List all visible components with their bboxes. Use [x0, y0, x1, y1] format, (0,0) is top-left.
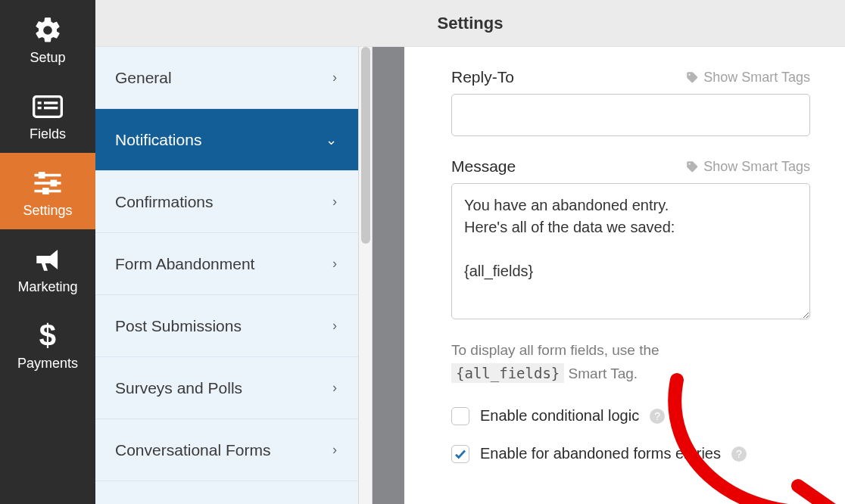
reply-to-input[interactable]: [451, 94, 810, 136]
svg-rect-3: [38, 107, 42, 109]
page-title: Settings: [438, 14, 504, 33]
chevron-right-icon: ›: [332, 256, 337, 272]
panel-gutter: [373, 47, 404, 504]
svg-rect-4: [44, 107, 58, 109]
svg-rect-1: [38, 101, 42, 104]
svg-rect-2: [44, 101, 58, 104]
right-pane: Settings General › Notifications ⌄ Confi…: [95, 0, 845, 504]
smart-tags-label: Show Smart Tags: [703, 70, 810, 86]
nav-label: Payments: [0, 356, 95, 372]
app-root: Setup Fields Settings Marketing $ Paymen…: [0, 0, 845, 504]
scrollbar-thumb[interactable]: [361, 47, 370, 244]
tag-icon: [685, 70, 699, 84]
chevron-right-icon: ›: [332, 318, 337, 334]
message-hint: To display all form fields, use the {all…: [451, 339, 810, 386]
help-icon[interactable]: ?: [650, 409, 665, 424]
sidebar-item-label: Form Abandonment: [115, 255, 254, 273]
nav-item-payments[interactable]: $ Payments: [0, 306, 95, 382]
tag-icon: [685, 160, 699, 173]
svg-rect-10: [42, 188, 49, 194]
conditional-logic-row[interactable]: Enable conditional logic ?: [451, 407, 810, 425]
chevron-right-icon: ›: [332, 194, 337, 210]
hint-text: Smart Tag.: [564, 366, 638, 381]
conditional-logic-checkbox[interactable]: [451, 407, 469, 425]
sidebar-item-label: Conversational Forms: [115, 441, 270, 459]
message-field: Message Show Smart Tags To display all f…: [451, 157, 810, 386]
dollar-icon: $: [0, 319, 95, 353]
chevron-down-icon: ⌄: [326, 132, 337, 148]
message-label: Message: [451, 157, 516, 176]
main-nav: Setup Fields Settings Marketing $ Paymen…: [0, 0, 95, 504]
list-icon: [0, 90, 95, 123]
sidebar-scrollbar[interactable]: [359, 47, 373, 504]
hint-text: To display all form fields, use the: [451, 342, 659, 358]
nav-item-fields[interactable]: Fields: [0, 76, 95, 153]
gear-icon: [0, 14, 95, 47]
nav-label: Setup: [0, 50, 95, 66]
chevron-right-icon: ›: [332, 380, 337, 396]
sidebar-item-surveys-polls[interactable]: Surveys and Polls ›: [95, 357, 358, 419]
panel-outer: Reply-To Show Smart Tags Message: [404, 47, 845, 504]
sliders-icon: [0, 166, 95, 200]
nav-label: Fields: [0, 126, 95, 142]
sidebar-item-label: Surveys and Polls: [115, 379, 242, 397]
abandoned-entries-row[interactable]: Enable for abandoned forms entries ?: [451, 445, 810, 463]
content-row: General › Notifications ⌄ Confirmations …: [95, 47, 845, 504]
show-smart-tags-link[interactable]: Show Smart Tags: [685, 70, 810, 86]
smart-tags-label: Show Smart Tags: [703, 159, 810, 175]
nav-item-settings[interactable]: Settings: [0, 153, 95, 229]
sidebar-item-label: General: [115, 69, 172, 87]
sidebar-item-label: Notifications: [115, 131, 201, 149]
message-textarea[interactable]: [451, 183, 810, 319]
bullhorn-icon: [0, 243, 95, 276]
settings-panel: Reply-To Show Smart Tags Message: [404, 47, 845, 504]
page-title-bar: Settings: [95, 0, 845, 47]
sidebar-item-label: Confirmations: [115, 193, 214, 211]
reply-to-field: Reply-To Show Smart Tags: [451, 68, 810, 136]
nav-label: Settings: [0, 203, 95, 219]
help-icon[interactable]: ?: [731, 446, 747, 462]
chevron-right-icon: ›: [332, 70, 337, 86]
abandoned-entries-label: Enable for abandoned forms entries: [480, 445, 721, 462]
svg-rect-8: [51, 180, 58, 187]
nav-label: Marketing: [0, 279, 95, 295]
abandoned-entries-checkbox[interactable]: [451, 445, 469, 463]
sidebar-item-form-abandonment[interactable]: Form Abandonment ›: [95, 233, 358, 295]
sidebar-item-notifications[interactable]: Notifications ⌄: [95, 109, 358, 171]
nav-item-setup[interactable]: Setup: [0, 0, 95, 76]
sidebar-item-conversational-forms[interactable]: Conversational Forms ›: [95, 419, 358, 481]
conditional-logic-label: Enable conditional logic: [480, 407, 639, 425]
svg-text:$: $: [39, 321, 56, 351]
sidebar-item-confirmations[interactable]: Confirmations ›: [95, 171, 358, 233]
show-smart-tags-link[interactable]: Show Smart Tags: [685, 159, 810, 175]
reply-to-label: Reply-To: [451, 68, 514, 86]
nav-item-marketing[interactable]: Marketing: [0, 229, 95, 306]
sidebar-item-general[interactable]: General ›: [95, 47, 358, 109]
sidebar-item-post-submissions[interactable]: Post Submissions ›: [95, 295, 358, 357]
sidebar-item-label: Post Submissions: [115, 317, 242, 335]
svg-rect-6: [39, 172, 45, 179]
settings-sidebar-wrap: General › Notifications ⌄ Confirmations …: [95, 47, 373, 504]
chevron-right-icon: ›: [332, 442, 337, 458]
hint-code: {all_fields}: [451, 363, 564, 383]
settings-sidebar: General › Notifications ⌄ Confirmations …: [95, 47, 359, 504]
